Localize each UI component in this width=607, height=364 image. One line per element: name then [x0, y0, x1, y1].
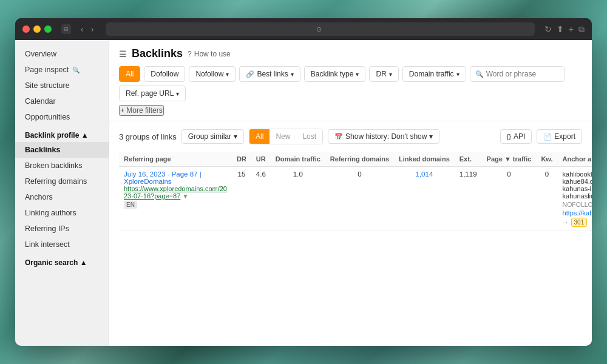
- browser-titlebar: ⊟ ‹ › ⊙ ↻ ⬆ + ⧉: [15, 18, 592, 40]
- browser-controls: ⊟: [61, 24, 71, 34]
- share-icon[interactable]: ⬆: [557, 24, 564, 34]
- sidebar-item-overview[interactable]: Overview: [15, 46, 109, 62]
- chevron-down-icon: ▾: [291, 71, 294, 78]
- linked-domains-link[interactable]: 1,014: [416, 170, 433, 178]
- close-button[interactable]: [22, 25, 30, 33]
- td-linked-domains: 1,014: [394, 167, 455, 231]
- language-badge: EN: [124, 201, 137, 209]
- tabs-icon[interactable]: ⧉: [578, 24, 585, 35]
- all-filter-button[interactable]: All: [119, 66, 140, 82]
- lost-tab-button[interactable]: Lost: [296, 129, 322, 144]
- sidebar-item-label: Calendar: [25, 97, 56, 106]
- word-phrase-search[interactable]: 🔍: [470, 66, 565, 82]
- sidebar-item-opportunities[interactable]: Opportunities: [15, 109, 109, 125]
- more-filters-button[interactable]: + More filters: [119, 105, 164, 116]
- sidebar-item-backlinks[interactable]: Backlinks: [15, 142, 109, 158]
- dr-filter-button[interactable]: DR ▾: [369, 66, 398, 82]
- sidebar-item-anchors[interactable]: Anchors: [15, 189, 109, 205]
- new-tab-button[interactable]: New: [270, 129, 296, 144]
- word-phrase-input[interactable]: [486, 70, 559, 78]
- sidebar-item-label: Anchors: [25, 193, 53, 201]
- sidebar-toggle-icon[interactable]: ⊟: [61, 24, 71, 34]
- backlink-profile-section[interactable]: Backlink profile ▲: [15, 125, 109, 142]
- sidebar-item-referring-ips[interactable]: Referring IPs: [15, 221, 109, 237]
- backlinks-table: Referring page DR UR Domain traffic: [119, 152, 592, 231]
- anchor-link-1[interactable]: https://kahunam.com/: [563, 209, 592, 217]
- th-ur: UR: [251, 152, 271, 167]
- referring-page-link[interactable]: July 16, 2023 - Page 87 | XploreDomains: [124, 170, 202, 185]
- backlink-type-filter-button[interactable]: Backlink type ▾: [304, 66, 366, 82]
- domain-traffic-filter-button[interactable]: Domain traffic ▾: [402, 66, 466, 82]
- traffic-lights: [22, 25, 52, 33]
- sidebar: Overview Page inspect 🔍 Site structure C…: [15, 40, 109, 346]
- hamburger-icon[interactable]: ☰: [119, 49, 127, 59]
- redirect-badge: 301: [571, 218, 588, 227]
- anchor-domain-4: kahunaslimitless.com: [563, 192, 592, 200]
- anchor-domain-3: kahunas-limitless.com: [563, 185, 592, 192]
- add-tab-icon[interactable]: +: [569, 24, 574, 34]
- title-row: ☰ Backlinks ? How to use: [119, 47, 582, 60]
- page-title: Backlinks: [132, 47, 183, 60]
- main-content: ☰ Backlinks ? How to use All Dofollow: [109, 40, 592, 346]
- td-page-traffic: 0: [482, 167, 537, 231]
- api-button[interactable]: {} API: [500, 129, 532, 144]
- td-dr: 15: [232, 167, 251, 231]
- main-header: ☰ Backlinks ? How to use All Dofollow: [109, 40, 592, 121]
- anchor-domain-2: kahue84.com kahunam.com: [563, 178, 592, 185]
- td-ext: 1,119: [455, 167, 482, 231]
- td-referring-domains: 0: [325, 167, 394, 231]
- dofollow-filter-button[interactable]: Dofollow: [144, 66, 185, 82]
- forward-button[interactable]: ›: [89, 24, 97, 34]
- sidebar-item-broken-backlinks[interactable]: Broken backlinks: [15, 158, 109, 174]
- group-similar-button[interactable]: Group similar ▾: [181, 129, 244, 144]
- how-to-use-link[interactable]: ? How to use: [188, 50, 231, 58]
- best-links-filter-button[interactable]: 🔗 Best links ▾: [239, 66, 300, 82]
- sidebar-item-label: Backlinks: [25, 146, 60, 154]
- nav-buttons: ‹ ›: [78, 24, 96, 34]
- sidebar-item-calendar[interactable]: Calendar: [15, 93, 109, 109]
- sidebar-item-linking-authors[interactable]: Linking authors: [15, 205, 109, 221]
- chevron-down-icon: ▾: [389, 71, 392, 78]
- url-expand-icon: ▼: [182, 193, 188, 200]
- nofollow-filter-button[interactable]: Nofollow ▾: [189, 66, 236, 82]
- organic-search-section[interactable]: Organic search ▲: [15, 252, 109, 269]
- content-area: 3 groups of links Group similar ▾ All Ne…: [109, 121, 592, 346]
- referring-page-url[interactable]: https://www.xploredomains.com/20 23-07-1…: [124, 185, 227, 200]
- td-anchor: kahlibookkeepingservices.com kahue84.com…: [558, 167, 592, 231]
- th-kw: Kw.: [536, 152, 557, 167]
- sidebar-item-label: Link intersect: [25, 240, 70, 249]
- nofollow-label: NOFOLLOW: [563, 201, 592, 208]
- api-icon: {}: [507, 133, 511, 140]
- chevron-down-icon: ▾: [176, 90, 179, 97]
- sidebar-item-referring-domains[interactable]: Referring domains: [15, 174, 109, 189]
- th-domain-traffic: Domain traffic: [271, 152, 325, 167]
- th-linked-domains: Linked domains: [394, 152, 455, 167]
- chevron-down-icon: ▾: [356, 71, 359, 78]
- sidebar-item-label: Linking authors: [25, 209, 76, 217]
- export-button[interactable]: 📄 Export: [537, 129, 582, 144]
- th-anchor: Anchor and target URL: [558, 152, 592, 167]
- th-dr: DR: [232, 152, 251, 167]
- chevron-down-icon: ▾: [226, 71, 229, 78]
- sidebar-item-page-inspect[interactable]: Page inspect 🔍: [15, 62, 109, 78]
- refresh-icon[interactable]: ↻: [544, 24, 552, 34]
- sidebar-item-label: Opportunities: [25, 113, 70, 121]
- sidebar-item-site-structure[interactable]: Site structure: [15, 78, 109, 93]
- address-bar[interactable]: ⊙: [106, 22, 534, 36]
- minimize-button[interactable]: [33, 25, 41, 33]
- ref-page-url-filter-button[interactable]: Ref. page URL ▾: [119, 86, 186, 101]
- td-domain-traffic: 1.0: [271, 167, 325, 231]
- show-history-button[interactable]: 📅 Show history: Don't show ▾: [328, 129, 439, 144]
- sidebar-item-label: Site structure: [25, 81, 70, 90]
- chevron-down-icon: ▾: [456, 71, 459, 78]
- all-tab-button[interactable]: All: [249, 129, 270, 144]
- table-header-row: Referring page DR UR Domain traffic: [119, 152, 592, 167]
- fullscreen-button[interactable]: [44, 25, 52, 33]
- search-icon: 🔍: [72, 67, 80, 73]
- right-actions: {} API 📄 Export: [500, 129, 582, 144]
- th-referring-domains: Referring domains: [325, 152, 394, 167]
- sidebar-item-link-intersect[interactable]: Link intersect: [15, 237, 109, 252]
- th-referring-page: Referring page: [119, 152, 232, 167]
- show-history-section: 📅 Show history: Don't show ▾: [328, 129, 439, 144]
- back-button[interactable]: ‹: [78, 24, 86, 34]
